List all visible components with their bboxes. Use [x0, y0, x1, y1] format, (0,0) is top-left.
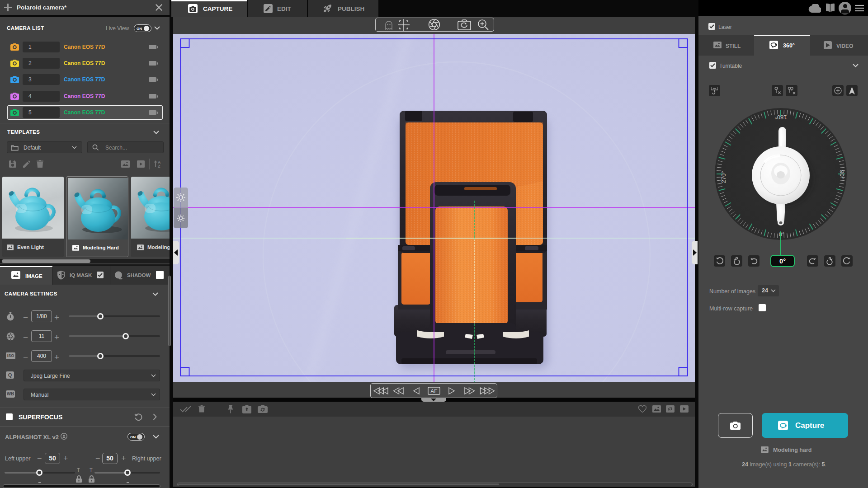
- svg-text:A: A: [158, 160, 161, 164]
- svg-text:AF: AF: [430, 388, 437, 394]
- svg-text:270°: 270°: [720, 171, 727, 183]
- svg-text:Z: Z: [158, 164, 160, 168]
- svg-text:180°: 180°: [775, 114, 787, 121]
- svg-text:90°: 90°: [839, 170, 845, 179]
